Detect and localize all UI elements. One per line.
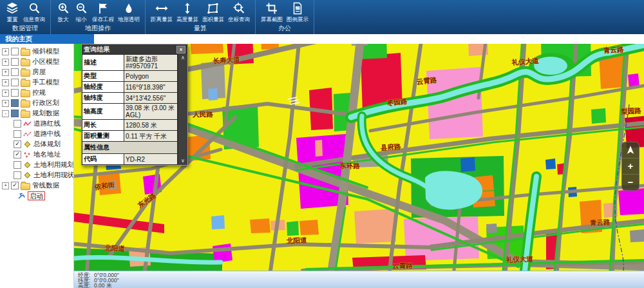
expand-icon[interactable]: + <box>2 69 9 76</box>
tree-item-planning-data[interactable]: - 规划数据 <box>0 108 73 119</box>
tree-item-road-centerline[interactable]: 道路中线 <box>0 129 73 139</box>
checkbox-checked[interactable]: ✓ <box>11 182 19 189</box>
coordinate-query-button[interactable]: 坐标查询 <box>228 2 250 24</box>
tree-item-start[interactable]: 启动 <box>0 191 73 201</box>
popup-scrollbar[interactable]: ∧ ∨ <box>178 54 187 165</box>
checkbox-checked[interactable]: ✓ <box>14 140 21 148</box>
popup-row-value: 116°9'18.398" <box>124 82 177 92</box>
tree-item-regulatory-plan[interactable]: + 控规 <box>0 88 73 98</box>
reset-button[interactable]: 重置 <box>5 2 19 24</box>
map-viewport[interactable]: 长寿大道 人民路 云霄路 礼仪大道 青云路 枣园路 梨园路 县府路 东环路 东光… <box>74 44 644 288</box>
checkbox[interactable] <box>14 130 21 138</box>
checkbox[interactable] <box>14 161 21 169</box>
checkbox[interactable] <box>14 120 21 128</box>
crosshair-search-icon <box>232 2 246 15</box>
checkbox[interactable] <box>11 89 19 97</box>
popup-row-label: 轴经度 <box>82 82 124 92</box>
group-label-measure: 量算 <box>149 24 252 35</box>
folder-icon <box>21 49 30 56</box>
tab-row: 我的主页 <box>0 34 644 44</box>
tool-icon <box>17 193 26 200</box>
tree-item-landuse-plan[interactable]: 土地利用规划 <box>0 160 73 170</box>
checkbox[interactable] <box>11 68 19 76</box>
expand-icon[interactable]: + <box>2 100 9 107</box>
zoom-in-icon <box>56 2 70 15</box>
checkbox[interactable] <box>11 48 19 55</box>
zoom-in-button[interactable]: 放大 <box>56 2 70 24</box>
road-label: 北阳道 <box>104 244 126 253</box>
road-label: 东环路 <box>339 162 360 169</box>
compass-button[interactable] <box>622 142 639 158</box>
expand-icon[interactable]: + <box>2 48 9 55</box>
checkbox[interactable] <box>11 58 19 66</box>
crop-icon <box>265 2 279 15</box>
tree-item-pipeline-data[interactable]: + ✓ 管线数据 <box>0 180 73 191</box>
droplet-icon <box>122 2 136 15</box>
height-measure-button[interactable]: 高度量算 <box>176 2 198 24</box>
diamond-icon <box>23 162 32 169</box>
popup-header[interactable]: 查询结果 x <box>82 44 187 54</box>
road-label: 人民路 <box>192 110 213 118</box>
folder-icon <box>21 59 30 66</box>
info-query-button[interactable]: 信息查询 <box>23 2 45 24</box>
group-label-map-ops: 地图操作 <box>54 24 142 35</box>
tree-item-master-plan[interactable]: ✓ 总体规划 <box>0 139 73 149</box>
scroll-down-icon[interactable]: ∨ <box>181 158 185 164</box>
tree-item-place-names[interactable]: ✓ 地名地址 <box>0 149 73 160</box>
close-icon[interactable]: x <box>176 46 185 53</box>
popup-row-label: 面积量测 <box>82 131 124 141</box>
screenshot-button[interactable]: 屏幕截图 <box>261 2 283 24</box>
distance-measure-button[interactable]: 距离量算 <box>151 2 173 24</box>
folder-icon <box>21 183 30 190</box>
group-label-office: 办公 <box>259 24 310 35</box>
main-toolbar: 重置 信息查询 数据管理 放大 缩小 保存工程 <box>0 0 644 34</box>
query-result-popup: 查询结果 x 描述 新建多边形 ##9570971 类型 Polygon 轴经度… <box>81 44 188 166</box>
road-label: 青云路 <box>603 45 625 54</box>
popup-row-value: Polygon <box>124 71 177 81</box>
area-measure-button[interactable]: 面积量算 <box>202 2 224 24</box>
popup-row-value: 1280.58 米 <box>124 120 177 130</box>
expand-icon[interactable]: + <box>2 79 9 86</box>
layer-tree-sidebar: + 倾斜模型 + 小区模型 + 房屋 + 手工模型 + 控规 <box>0 44 74 288</box>
popup-row-label: 周长 <box>82 120 124 130</box>
checkbox[interactable] <box>11 110 19 117</box>
toolbar-empty-area <box>314 0 644 34</box>
expand-icon[interactable]: + <box>2 90 9 97</box>
checkbox-checked[interactable]: ✓ <box>14 151 21 158</box>
checkbox[interactable] <box>11 99 19 107</box>
road-label: 梨园路 <box>620 106 642 115</box>
tree-item-district-model[interactable]: + 小区模型 <box>0 57 73 67</box>
map-zoom-in-button[interactable]: + <box>622 158 639 174</box>
expand-icon[interactable]: + <box>2 59 9 66</box>
tree-item-admin-division[interactable]: + 行政区划 <box>0 98 73 108</box>
folder-icon <box>21 90 30 97</box>
save-project-button[interactable]: 保存工程 <box>92 2 114 24</box>
zoom-out-button[interactable]: 缩小 <box>74 2 88 24</box>
popup-row-label: 类型 <box>82 71 124 81</box>
scroll-up-icon[interactable]: ∧ <box>181 55 185 61</box>
popup-row-label: 轴纬度 <box>82 93 124 103</box>
tree-item-houses[interactable]: + 房屋 <box>0 67 73 77</box>
collapse-icon[interactable]: - <box>2 110 9 117</box>
tree-item-landuse-status[interactable]: 土地利用现状 <box>0 170 73 180</box>
terrain-transparency-button[interactable]: 地形透明 <box>118 2 140 24</box>
checkbox[interactable] <box>11 79 19 86</box>
tree-item-manual-model[interactable]: + 手工模型 <box>0 77 73 88</box>
popup-row-label: 轴高度 <box>82 104 124 119</box>
popup-row-value: 34°13'42.556" <box>124 93 177 103</box>
road-label: 礼仪大道 <box>506 254 534 264</box>
tree-item-tilt-model[interactable]: + 倾斜模型 <box>0 46 73 57</box>
flag-icon <box>96 2 110 15</box>
altitude-value: 0.00 米 <box>94 283 111 288</box>
diamond-icon <box>23 141 32 148</box>
map-zoom-out-button[interactable]: − <box>622 174 639 190</box>
layers-icon <box>5 2 19 15</box>
tree-item-road-redline[interactable]: 道路红线 <box>0 119 73 129</box>
expand-icon[interactable]: + <box>2 182 9 189</box>
group-label-data: 数据管理 <box>3 24 47 35</box>
checkbox[interactable] <box>14 171 21 179</box>
tab-my-homepage[interactable]: 我的主页 <box>0 34 94 44</box>
toolbar-group-office: 屏幕截图 图例展示 办公 <box>256 0 314 34</box>
legend-display-button[interactable]: 图例展示 <box>287 2 308 24</box>
road-label: 县府路 <box>381 142 402 151</box>
